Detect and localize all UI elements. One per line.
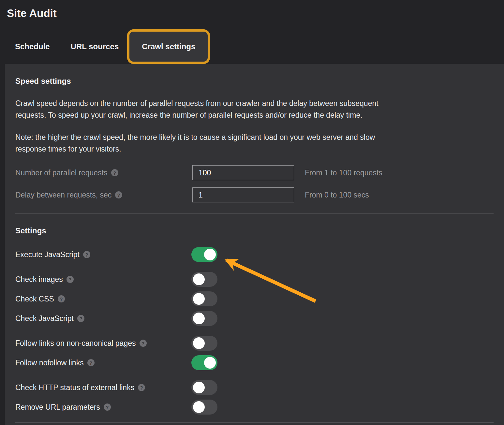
field-hint: From 1 to 100 requests xyxy=(305,169,382,177)
field-row: Number of parallel requests ? From 1 to … xyxy=(15,165,494,180)
toggle-label-group: Check HTTP status of external links ? xyxy=(15,383,191,392)
help-icon[interactable]: ? xyxy=(115,191,122,198)
toggle-row: Check images ? xyxy=(15,272,494,287)
toggle-label: Follow links on non-canonical pages xyxy=(15,339,136,348)
toggle-check-http-status-of-external-links[interactable] xyxy=(191,380,217,395)
toggle-knob xyxy=(193,401,205,413)
toggle-row: Remove URL parameters ? xyxy=(15,400,494,415)
tab-schedule[interactable]: Schedule xyxy=(15,42,50,51)
help-icon[interactable]: ? xyxy=(67,276,74,283)
toggle-check-images[interactable] xyxy=(191,272,217,287)
toggle-label: Remove URL parameters xyxy=(15,403,100,412)
field-label: Delay between requests, sec xyxy=(15,191,111,199)
bottom-divider xyxy=(15,422,494,423)
toggle-knob xyxy=(204,357,216,369)
tab-bar: Schedule URL sources Crawl settings xyxy=(15,29,210,64)
field-label-group: Delay between requests, sec ? xyxy=(15,191,192,199)
toggle-follow-links-on-non-canonical-pages[interactable] xyxy=(191,336,217,351)
help-icon[interactable]: ? xyxy=(87,359,95,366)
toggle-remove-url-parameters[interactable] xyxy=(191,400,217,415)
settings-heading: Settings xyxy=(15,226,494,235)
toggle-knob xyxy=(193,313,205,324)
speed-settings-description: Crawl speed depends on the number of par… xyxy=(15,97,472,121)
toggle-knob xyxy=(193,337,205,349)
toggle-label-group: Check JavaScript ? xyxy=(15,314,191,323)
help-icon[interactable]: ? xyxy=(111,169,118,176)
toggle-label-group: Follow nofollow links ? xyxy=(15,359,191,367)
help-icon[interactable]: ? xyxy=(138,384,145,391)
toggle-knob xyxy=(193,382,205,393)
site-audit-settings-window: Site Audit Schedule URL sources Crawl se… xyxy=(0,0,504,64)
toggle-knob xyxy=(193,293,205,305)
toggle-check-javascript[interactable] xyxy=(191,311,217,326)
toggle-label-group: Check CSS ? xyxy=(15,295,191,303)
toggle-label-group: Check images ? xyxy=(15,275,191,284)
field-hint: From 0 to 100 secs xyxy=(305,191,369,199)
crawl-settings-highlight-box: Crawl settings xyxy=(127,29,210,64)
toggle-knob xyxy=(193,273,205,285)
toggle-label: Check JavaScript xyxy=(15,314,74,323)
tab-url-sources[interactable]: URL sources xyxy=(71,42,119,51)
settings-toggle-list: Execute JavaScript ? Check images ? Chec… xyxy=(15,247,494,415)
help-icon[interactable]: ? xyxy=(83,251,90,258)
speed-settings-heading: Speed settings xyxy=(15,77,494,86)
toggle-label-group: Follow links on non-canonical pages ? xyxy=(15,339,191,348)
crawl-settings-panel: Speed settings Crawl speed depends on th… xyxy=(5,64,504,425)
toggle-row: Follow links on non-canonical pages ? xyxy=(15,336,494,351)
help-icon[interactable]: ? xyxy=(58,295,65,302)
header: Site Audit Schedule URL sources Crawl se… xyxy=(0,0,504,64)
toggle-label: Follow nofollow links xyxy=(15,359,84,367)
toggle-label: Check images xyxy=(15,275,63,284)
number-of-parallel-requests-input[interactable] xyxy=(192,165,294,180)
delay-between-requests-sec-input[interactable] xyxy=(192,187,294,202)
page-title: Site Audit xyxy=(7,7,57,20)
toggle-execute-javascript[interactable] xyxy=(191,247,217,262)
toggle-follow-nofollow-links[interactable] xyxy=(191,355,217,370)
toggle-row: Check CSS ? xyxy=(15,291,494,306)
field-label-group: Number of parallel requests ? xyxy=(15,169,192,177)
toggle-row: Check JavaScript ? xyxy=(15,311,494,326)
speed-settings-note: Note: the higher the crawl speed, the mo… xyxy=(15,131,472,155)
toggle-row: Check HTTP status of external links ? xyxy=(15,380,494,395)
toggle-knob xyxy=(204,249,216,260)
field-row: Delay between requests, sec ? From 0 to … xyxy=(15,187,494,202)
help-icon[interactable]: ? xyxy=(104,403,111,411)
help-icon[interactable]: ? xyxy=(140,340,147,347)
toggle-label-group: Remove URL parameters ? xyxy=(15,403,191,412)
toggle-label: Check HTTP status of external links xyxy=(15,383,134,392)
toggle-row: Follow nofollow links ? xyxy=(15,355,494,370)
toggle-row: Execute JavaScript ? xyxy=(15,247,494,262)
help-icon[interactable]: ? xyxy=(77,315,84,322)
field-label: Number of parallel requests xyxy=(15,169,108,177)
toggle-label: Execute JavaScript xyxy=(15,250,80,259)
section-divider xyxy=(15,213,494,214)
toggle-check-css[interactable] xyxy=(191,291,217,306)
toggle-label: Check CSS xyxy=(15,295,54,303)
speed-field-list: Number of parallel requests ? From 1 to … xyxy=(15,165,494,202)
toggle-label-group: Execute JavaScript ? xyxy=(15,250,191,259)
tab-crawl-settings[interactable]: Crawl settings xyxy=(142,42,195,51)
